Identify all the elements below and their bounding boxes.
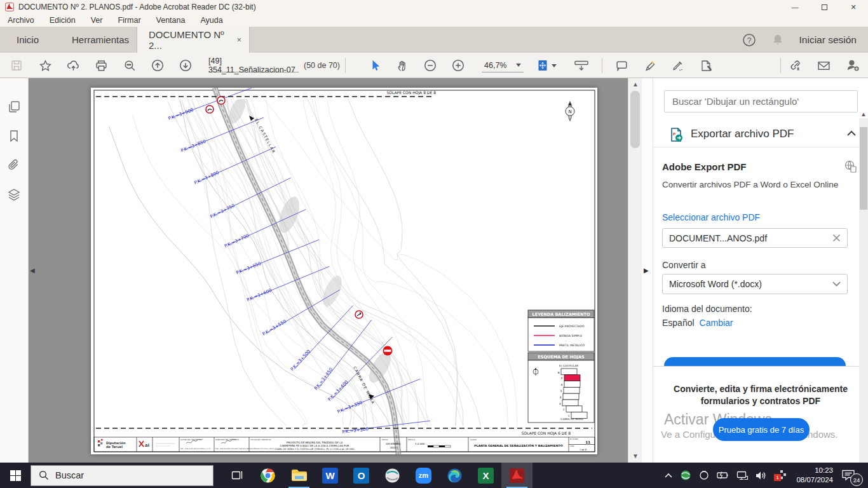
tray-network-icon[interactable] — [736, 471, 749, 480]
scroll-up-icon[interactable]: ▲ — [859, 109, 868, 119]
select-pdf-link[interactable]: Seleccionar archivo PDF — [662, 212, 760, 222]
free-trial-button[interactable]: Prueba gratis de 7 días — [713, 418, 810, 441]
taskbar-word[interactable]: W — [315, 463, 346, 488]
svg-text:2022: 2022 — [390, 446, 397, 449]
star-bookmark-icon[interactable] — [37, 58, 53, 73]
tray-battery-icon[interactable] — [717, 471, 729, 480]
page-name-field[interactable]: [49] 354_11_Señalizacion-07 — [208, 58, 299, 72]
scale-bar — [428, 445, 451, 447]
taskbar-edge[interactable] — [439, 463, 470, 488]
svg-text:EJE PROYECTADO: EJE PROYECTADO — [559, 325, 585, 328]
close-button[interactable]: ✕ — [839, 0, 868, 14]
taskbar-clock[interactable]: 10:23 08/07/2024 — [794, 466, 833, 485]
fit-page-icon[interactable] — [535, 58, 550, 73]
tools-search-input[interactable] — [664, 90, 858, 112]
task-view-button[interactable] — [221, 463, 252, 488]
maximize-button[interactable] — [810, 0, 839, 14]
sign-in-button[interactable]: Iniciar sesión — [799, 34, 857, 46]
menu-ventana[interactable]: Ventana — [156, 16, 186, 25]
minimize-button[interactable]: — — [780, 0, 810, 14]
layers-icon[interactable] — [7, 187, 21, 201]
acrobat-app-icon — [5, 3, 14, 11]
tray-anyconnect-icon[interactable] — [680, 470, 691, 481]
convert-button-clipped[interactable] — [664, 357, 846, 366]
bell-icon[interactable] — [771, 33, 784, 47]
print-icon[interactable] — [93, 58, 109, 73]
tray-volume-icon[interactable] — [756, 471, 767, 480]
expand-panel-icon[interactable]: ▶ — [644, 265, 650, 276]
search-icon[interactable] — [122, 58, 137, 73]
collapse-sidebar-icon[interactable]: ◀ — [30, 265, 36, 276]
tray-camera-icon[interactable] — [698, 470, 710, 480]
select-tool-icon[interactable] — [367, 58, 383, 73]
taskbar-chrome[interactable] — [252, 463, 283, 488]
fill-sign-icon[interactable] — [671, 58, 686, 73]
save-icon[interactable] — [9, 58, 24, 73]
next-page-icon[interactable] — [178, 58, 193, 73]
previous-page-icon[interactable] — [150, 58, 165, 73]
taskbar-file-explorer[interactable] — [283, 463, 315, 488]
svg-text:P: P — [673, 132, 675, 136]
panel-scrollbar-thumb[interactable] — [860, 127, 867, 210]
menu-edicion[interactable]: Edición — [50, 16, 76, 25]
scroll-up-icon[interactable]: ▲ — [628, 79, 642, 90]
help-icon[interactable]: ? — [742, 33, 756, 47]
document-scrollbar[interactable]: ▲ ▼ — [628, 78, 642, 463]
taskbar-excel[interactable]: X — [470, 463, 501, 488]
tray-expand-icon[interactable] — [664, 472, 673, 478]
email-icon[interactable] — [816, 58, 831, 73]
svg-text:BIONDA SIMPLE: BIONDA SIMPLE — [559, 334, 582, 337]
traffic-sign-icon — [355, 311, 363, 318]
export-pdf-section-header[interactable]: P Exportar archivo PDF — [653, 123, 868, 147]
menu-firmar[interactable]: Firmar — [118, 16, 140, 25]
acrobat-icon — [509, 468, 525, 484]
start-button[interactable] — [0, 463, 31, 488]
hand-tool-icon[interactable] — [395, 58, 410, 73]
convert-format-dropdown[interactable]: Microsoft Word (*.docx) — [662, 274, 848, 294]
chevron-up-icon[interactable] — [846, 130, 857, 137]
tab-document[interactable]: DOCUMENTO Nº 2... × — [137, 27, 250, 53]
legend-balizamiento: LEYENDA BALIZAMIENTO EJE PROYECTADO BION… — [528, 310, 594, 351]
chrome-icon — [260, 468, 276, 484]
fit-page-dropdown-icon[interactable] — [550, 58, 558, 73]
scrollbar-thumb[interactable] — [630, 91, 640, 148]
taskbar-search[interactable]: Buscar — [31, 465, 214, 486]
edit-pdf-icon[interactable] — [699, 58, 714, 73]
highlight-icon[interactable] — [642, 58, 658, 73]
share-link-icon[interactable] — [788, 58, 803, 73]
menu-ver[interactable]: Ver — [91, 16, 103, 25]
svg-text:HOJA:: HOJA: — [570, 445, 574, 447]
notification-center-button[interactable]: 24 — [840, 463, 863, 488]
remove-file-icon[interactable] — [832, 234, 841, 242]
clock-date: 08/07/2024 — [794, 475, 833, 485]
scroll-down-icon[interactable]: ▼ — [628, 451, 642, 461]
taskbar-acrobat-active[interactable] — [501, 463, 532, 488]
tab-close-icon[interactable]: × — [236, 35, 241, 44]
svg-text:DICIEMBRE: DICIEMBRE — [386, 442, 401, 445]
taskbar-zoom[interactable]: zm — [408, 463, 439, 488]
share-cloud-icon[interactable] — [65, 58, 81, 73]
zoom-out-icon[interactable] — [423, 58, 438, 73]
svg-text:de Teruel: de Teruel — [106, 445, 123, 449]
selected-file-box[interactable]: DOCUMENT...ANOS.pdf — [662, 228, 848, 248]
comment-icon[interactable] — [614, 58, 629, 73]
menu-archivo[interactable]: Archivo — [8, 16, 34, 25]
bookmarks-icon[interactable] — [7, 129, 21, 143]
hide-toolbar-icon[interactable] — [574, 58, 589, 73]
tab-inicio[interactable]: Inicio — [0, 27, 55, 53]
tab-herramientas[interactable]: Herramientas — [55, 27, 146, 53]
svg-text:PROYECTO DE MEJORA DEL TRAZADO: PROYECTO DE MEJORA DEL TRAZADO DE LA — [287, 441, 343, 444]
zoom-level-field[interactable]: 46,7% — [482, 58, 524, 72]
svg-text:N: N — [568, 109, 571, 114]
export-description: Convertir archivos PDF a Word o Excel On… — [662, 180, 838, 189]
zoom-in-icon[interactable] — [451, 58, 466, 73]
page-thumbnails-icon[interactable] — [7, 100, 21, 114]
menu-ayuda[interactable]: Ayuda — [200, 16, 222, 25]
tray-app-badge-icon[interactable]: 1 — [774, 469, 787, 482]
taskbar-outlook[interactable]: O — [346, 463, 377, 488]
attachments-icon[interactable] — [7, 158, 21, 172]
send-signature-icon[interactable] — [845, 58, 860, 73]
chevron-down-icon — [516, 64, 521, 67]
taskbar-anyconnect[interactable] — [377, 463, 408, 488]
change-language-link[interactable]: Cambiar — [700, 318, 733, 328]
